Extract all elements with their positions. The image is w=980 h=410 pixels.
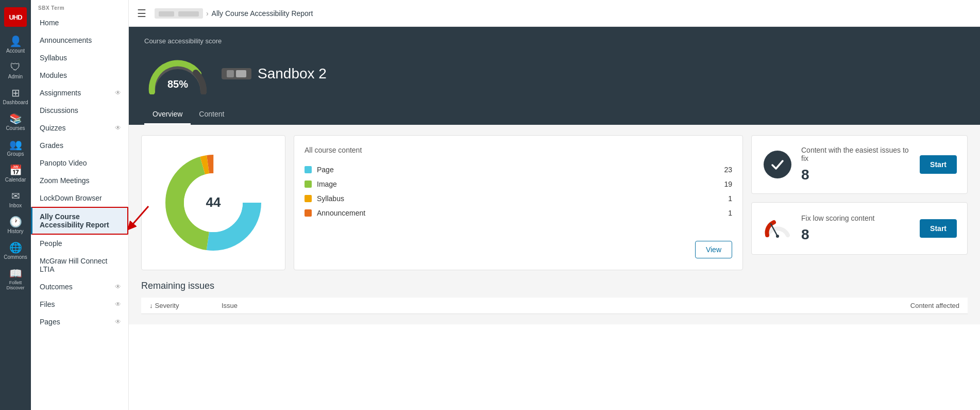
image-row-count: 19	[717, 180, 732, 188]
page-row-label: Page	[317, 166, 712, 174]
page-color-dot	[305, 166, 312, 173]
dashboard: 44 All course content Page 23 Image	[129, 125, 980, 281]
tab-content-label: Content	[199, 110, 224, 118]
content-row-syllabus: Syllabus 1	[305, 191, 732, 206]
sidebar-announcements-label: Announcements	[40, 36, 92, 44]
tab-overview[interactable]: Overview	[144, 105, 191, 125]
low-scoring-panel-title: Fix low scoring content	[801, 214, 911, 222]
sidebar-pages-label: Pages	[40, 318, 60, 326]
nav-admin-label: Admin	[8, 74, 23, 79]
course-badge	[222, 68, 251, 79]
sidebar-item-pages[interactable]: Pages 👁	[31, 313, 128, 331]
sidebar-home-label: Home	[40, 19, 59, 27]
severity-label: Severity	[155, 302, 179, 309]
eye-icon-files: 👁	[115, 301, 121, 308]
sidebar-item-home[interactable]: Home	[31, 14, 128, 31]
nav-follett[interactable]: 📖 Follett Discover	[0, 264, 31, 294]
content-row-announcement: Announcement 1	[305, 206, 732, 220]
nav-dashboard[interactable]: ⊞ Dashboard	[0, 84, 31, 109]
sidebar-item-files[interactable]: Files 👁	[31, 296, 128, 313]
breadcrumb-item-1	[155, 8, 203, 19]
sidebar-item-ally[interactable]: Ally Course Accessibility Report	[31, 207, 128, 235]
check-icon-container	[762, 149, 793, 180]
check-icon	[764, 151, 791, 178]
course-nav: SBX Term Home Announcements Syllabus Mod…	[31, 0, 129, 410]
sidebar-grades-label: Grades	[40, 141, 63, 150]
sidebar-syllabus-label: Syllabus	[40, 54, 67, 62]
nav-commons[interactable]: 🌐 Commons	[0, 238, 31, 264]
sidebar-item-outcomes[interactable]: Outcomes 👁	[31, 278, 128, 296]
sidebar-item-people[interactable]: People	[31, 235, 128, 252]
sidebar-item-syllabus[interactable]: Syllabus	[31, 49, 128, 67]
sidebar-item-announcements[interactable]: Announcements	[31, 31, 128, 49]
sidebar-lockdown-label: LockDown Browser	[40, 194, 102, 202]
eye-icon-pages: 👁	[115, 318, 121, 325]
breadcrumb: › Ally Course Accessibility Report	[155, 8, 313, 19]
sort-arrow-icon: ↓	[149, 302, 153, 309]
gauge-score: 85%	[167, 78, 188, 90]
view-button[interactable]: View	[695, 241, 732, 258]
account-icon: 👤	[9, 36, 22, 46]
nav-account-label: Account	[6, 48, 25, 54]
nav-account[interactable]: 👤 Account	[0, 32, 31, 58]
gauge-red-svg	[764, 215, 791, 242]
sidebar-item-grades[interactable]: Grades	[31, 137, 128, 154]
dashboard-icon: ⊞	[11, 88, 20, 98]
easiest-panel-title: Content with the easiest issues to fix	[801, 146, 911, 162]
main-content: ☰ › Ally Course Accessibility Report Cou…	[129, 0, 980, 410]
course-title: Sandbox 2	[258, 65, 327, 82]
sidebar-item-lockdown[interactable]: LockDown Browser	[31, 189, 128, 207]
sidebar-zoom-label: Zoom Meetings	[40, 176, 89, 185]
nav-calendar[interactable]: 📅 Calendar	[0, 161, 31, 187]
nav-inbox[interactable]: ✉ Inbox	[0, 187, 31, 212]
sidebar-item-mcgraw[interactable]: McGraw Hill Connect LTIA	[31, 252, 128, 278]
sidebar-people-label: People	[40, 239, 62, 248]
syllabus-color-dot	[305, 195, 312, 202]
nav-history[interactable]: 🕐 History	[0, 212, 31, 238]
score-header: Course accessibility score 85%	[129, 27, 980, 105]
nav-dashboard-label: Dashboard	[3, 100, 28, 105]
nav-courses[interactable]: 📚 Courses	[0, 109, 31, 135]
nav-history-label: History	[7, 228, 23, 234]
image-row-label: Image	[317, 180, 712, 188]
score-header-title: Course accessibility score	[144, 37, 965, 45]
content-affected-label: Content affected	[910, 302, 959, 309]
commons-icon: 🌐	[9, 242, 22, 253]
score-header-content: 85% Sandbox 2	[144, 53, 965, 105]
low-scoring-panel: Fix low scoring content 8 Start	[751, 202, 968, 255]
sidebar-outcomes-label: Outcomes	[40, 283, 73, 291]
sidebar-item-zoom[interactable]: Zoom Meetings	[31, 172, 128, 189]
sidebar-discussions-label: Discussions	[40, 106, 78, 114]
easiest-start-button[interactable]: Start	[920, 155, 957, 174]
report-area: Course accessibility score 85%	[129, 27, 980, 410]
sidebar-item-assignments[interactable]: Assignments 👁	[31, 84, 128, 102]
sidebar-panopto-label: Panopto Video	[40, 159, 87, 167]
global-nav: UHD 👤 Account 🛡 Admin ⊞ Dashboard 📚 Cour…	[0, 0, 31, 410]
sidebar-item-panopto[interactable]: Panopto Video	[31, 154, 128, 172]
logo[interactable]: UHD	[3, 4, 28, 30]
hamburger-icon[interactable]: ☰	[137, 7, 146, 20]
eye-icon: 👁	[115, 89, 121, 96]
inbox-icon: ✉	[11, 191, 20, 201]
remaining-title: Remaining issues	[141, 281, 968, 291]
sidebar-item-discussions[interactable]: Discussions	[31, 102, 128, 119]
announcement-row-label: Announcement	[317, 209, 712, 217]
donut-panel: 44	[141, 135, 285, 270]
groups-icon: 👥	[9, 139, 22, 150]
low-scoring-start-button[interactable]: Start	[920, 219, 957, 238]
image-color-dot	[305, 181, 312, 188]
easiest-panel-count: 8	[801, 167, 911, 183]
tab-content[interactable]: Content	[191, 105, 232, 125]
badge-dot-2	[236, 70, 246, 77]
announcement-row-count: 1	[717, 209, 732, 217]
sidebar-item-modules[interactable]: Modules	[31, 67, 128, 84]
nav-admin[interactable]: 🛡 Admin	[0, 58, 31, 84]
eye-icon-quizzes: 👁	[115, 124, 121, 132]
breadcrumb-current: Ally Course Accessibility Report	[212, 9, 313, 18]
follett-icon: 📖	[9, 268, 22, 278]
page-row-count: 23	[717, 166, 732, 174]
nav-groups[interactable]: 👥 Groups	[0, 135, 31, 161]
sidebar-item-quizzes[interactable]: Quizzes 👁	[31, 119, 128, 137]
donut-center-label: 44	[206, 194, 221, 210]
topbar: ☰ › Ally Course Accessibility Report	[129, 0, 980, 27]
